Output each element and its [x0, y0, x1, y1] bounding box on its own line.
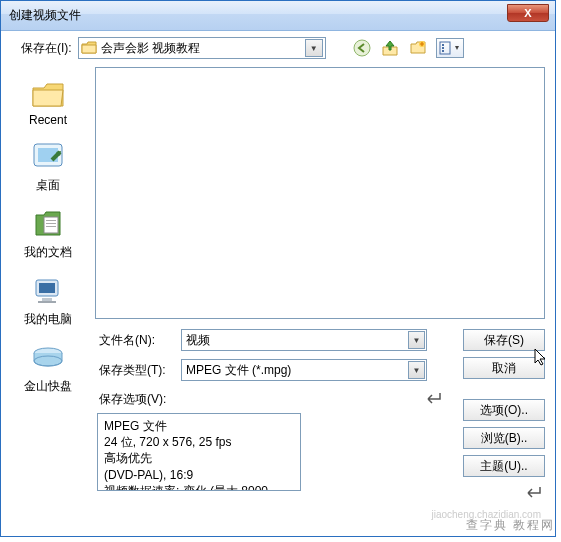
browse-button[interactable]: 浏览(B).. — [463, 427, 545, 449]
enter-icon[interactable] — [521, 483, 545, 503]
up-icon[interactable] — [380, 38, 400, 58]
folder-icon — [81, 41, 97, 55]
save-button[interactable]: 保存(S) — [463, 329, 545, 351]
sidebar-item-label: Recent — [29, 113, 67, 127]
save-in-label: 保存在(I): — [21, 40, 72, 57]
filetype-label: 保存类型(T): — [95, 362, 173, 379]
watermark-text: 查字典 教程网 — [466, 517, 555, 534]
cancel-button[interactable]: 取消 — [463, 357, 545, 379]
details-line: MPEG 文件 — [104, 418, 294, 434]
filetype-value: MPEG 文件 (*.mpg) — [186, 362, 291, 379]
desktop-icon — [28, 139, 68, 175]
toolbar: 保存在(I): 会声会影 视频教程 ▼ — [1, 31, 555, 65]
sidebar-item-computer[interactable]: 我的电脑 — [8, 273, 88, 328]
enter-icon[interactable] — [421, 389, 445, 409]
titlebar: 创建视频文件 X — [1, 1, 555, 31]
computer-icon — [28, 273, 68, 309]
sidebar-item-label: 金山快盘 — [24, 378, 72, 395]
recent-icon — [28, 75, 68, 111]
sidebar-item-kingsoft[interactable]: 金山快盘 — [8, 340, 88, 395]
svg-rect-3 — [442, 44, 444, 46]
view-menu-icon[interactable] — [436, 38, 464, 58]
file-list[interactable] — [95, 67, 545, 319]
details-line: 高场优先 — [104, 450, 294, 466]
svg-rect-8 — [44, 217, 58, 233]
details-line: 视频数据速率: 变化 (最大 8000 — [104, 483, 294, 491]
svg-rect-11 — [46, 226, 56, 227]
details-line: 24 位, 720 x 576, 25 fps — [104, 434, 294, 450]
filename-value: 视频 — [186, 332, 210, 349]
svg-rect-4 — [442, 47, 444, 49]
chevron-down-icon[interactable]: ▼ — [305, 39, 323, 57]
sidebar-item-label: 桌面 — [36, 177, 60, 194]
save-options-label: 保存选项(V): — [95, 391, 166, 408]
places-sidebar: Recent 桌面 我的文档 我的电脑 — [1, 65, 95, 503]
new-folder-icon[interactable] — [408, 38, 428, 58]
sidebar-item-label: 我的文档 — [24, 244, 72, 261]
svg-rect-5 — [442, 50, 444, 52]
disk-icon — [28, 340, 68, 376]
close-button[interactable]: X — [507, 4, 549, 22]
svg-rect-13 — [39, 283, 55, 293]
details-box: MPEG 文件 24 位, 720 x 576, 25 fps 高场优先 (DV… — [97, 413, 301, 491]
chevron-down-icon[interactable]: ▼ — [408, 331, 425, 349]
filename-label: 文件名(N): — [95, 332, 173, 349]
subject-button[interactable]: 主题(U).. — [463, 455, 545, 477]
details-line: (DVD-PAL), 16:9 — [104, 467, 294, 483]
svg-rect-9 — [46, 220, 56, 221]
sidebar-item-label: 我的电脑 — [24, 311, 72, 328]
svg-rect-15 — [38, 301, 56, 303]
svg-point-0 — [354, 40, 370, 56]
sidebar-item-recent[interactable]: Recent — [8, 75, 88, 127]
svg-rect-14 — [42, 298, 52, 301]
documents-icon — [28, 206, 68, 242]
chevron-down-icon[interactable]: ▼ — [408, 361, 425, 379]
svg-rect-2 — [440, 42, 450, 54]
filename-input[interactable]: 视频 ▼ — [181, 329, 427, 351]
window-title: 创建视频文件 — [5, 7, 81, 24]
svg-rect-10 — [46, 223, 56, 224]
sidebar-item-documents[interactable]: 我的文档 — [8, 206, 88, 261]
close-icon: X — [524, 7, 531, 19]
location-dropdown[interactable]: 会声会影 视频教程 ▼ — [78, 37, 326, 59]
filetype-dropdown[interactable]: MPEG 文件 (*.mpg) ▼ — [181, 359, 427, 381]
sidebar-item-desktop[interactable]: 桌面 — [8, 139, 88, 194]
location-text: 会声会影 视频教程 — [101, 40, 305, 57]
options-button[interactable]: 选项(O).. — [463, 399, 545, 421]
back-icon[interactable] — [352, 38, 372, 58]
